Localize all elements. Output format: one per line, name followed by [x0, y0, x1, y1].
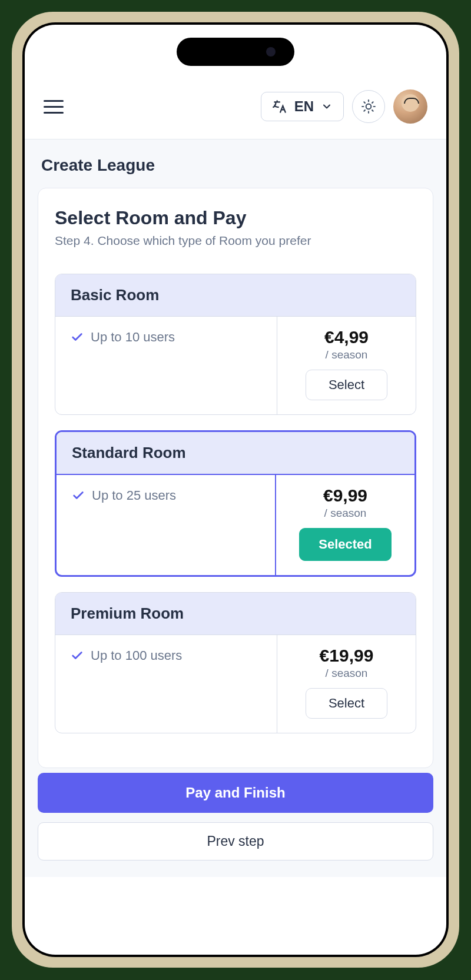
- chevron-down-icon: [321, 101, 333, 112]
- plan-pricing: €9,99 / season Selected: [276, 475, 414, 575]
- theme-toggle[interactable]: [352, 90, 385, 123]
- card-select-room: Select Room and Pay Step 4. Choose which…: [38, 188, 433, 768]
- page-title: Create League: [38, 156, 433, 175]
- menu-button[interactable]: [44, 95, 67, 118]
- content: Create League Select Room and Pay Step 4…: [25, 139, 446, 877]
- plan-features: Up to 100 users: [55, 635, 277, 733]
- svg-line-3: [364, 102, 365, 103]
- notch: [177, 38, 294, 66]
- plan-pricing: €4,99 / season Select: [277, 317, 416, 414]
- feature-item: Up to 25 users: [72, 488, 260, 503]
- plan-name: Premium Room: [55, 593, 416, 635]
- svg-line-8: [372, 102, 373, 103]
- select-button[interactable]: Select: [306, 370, 387, 400]
- plan-basic: Basic Room Up to 10 users €4,99 / seaso: [55, 274, 416, 415]
- plan-features: Up to 10 users: [55, 317, 277, 414]
- svg-line-7: [364, 110, 365, 111]
- plan-name: Standard Room: [57, 432, 414, 475]
- check-icon: [71, 331, 84, 344]
- plan-price: €4,99: [290, 327, 403, 347]
- plan-period: / season: [289, 507, 402, 520]
- plan-standard: Standard Room Up to 25 users €9,99 / se: [55, 430, 416, 577]
- translate-icon: [272, 99, 287, 114]
- svg-line-4: [372, 110, 373, 111]
- pay-and-finish-button[interactable]: Pay and Finish: [38, 773, 433, 813]
- plan-price: €9,99: [289, 486, 402, 506]
- select-button[interactable]: Select: [306, 688, 387, 719]
- feature-item: Up to 100 users: [71, 648, 261, 663]
- language-label: EN: [294, 98, 314, 115]
- feature-text: Up to 25 users: [92, 488, 176, 503]
- feature-text: Up to 10 users: [91, 330, 175, 345]
- avatar[interactable]: [393, 89, 427, 124]
- phone-bezel: EN: [22, 22, 449, 957]
- plan-features: Up to 25 users: [57, 475, 276, 575]
- card-title: Select Room and Pay: [55, 207, 416, 229]
- feature-item: Up to 10 users: [71, 330, 261, 345]
- step-text: Step 4. Choose which type of Room you pr…: [55, 234, 416, 248]
- svg-point-0: [366, 104, 372, 109]
- selected-button[interactable]: Selected: [299, 528, 392, 561]
- plan-pricing: €19,99 / season Select: [277, 635, 416, 733]
- plan-period: / season: [290, 348, 403, 361]
- prev-step-button[interactable]: Prev step: [38, 822, 433, 861]
- phone-frame: EN: [12, 12, 459, 968]
- actions: Pay and Finish Prev step: [38, 773, 433, 861]
- topbar-right: EN: [261, 89, 427, 124]
- plan-price: €19,99: [290, 646, 403, 666]
- check-icon: [72, 489, 85, 502]
- plan-period: / season: [290, 667, 403, 680]
- plan-name: Basic Room: [55, 274, 416, 317]
- sun-icon: [361, 99, 376, 114]
- check-icon: [71, 649, 84, 662]
- menu-icon: [44, 100, 64, 102]
- feature-text: Up to 100 users: [91, 648, 182, 663]
- screen: EN: [25, 25, 446, 955]
- plan-premium: Premium Room Up to 100 users €19,99 / s: [55, 592, 416, 733]
- language-select[interactable]: EN: [261, 92, 344, 121]
